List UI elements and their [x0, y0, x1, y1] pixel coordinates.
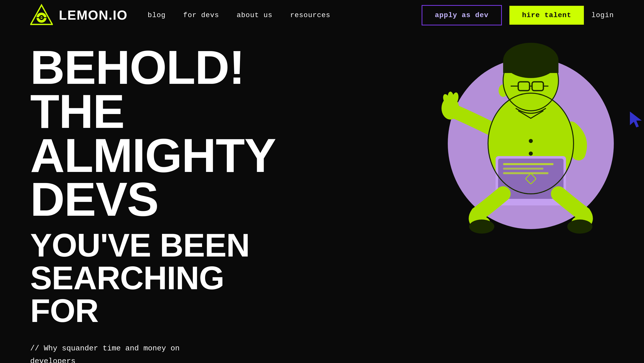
- nav-link-resources[interactable]: resources: [290, 11, 330, 19]
- svg-point-17: [529, 152, 533, 156]
- nav-item-about-us[interactable]: about us: [237, 11, 272, 19]
- nav-link-about-us[interactable]: about us: [237, 11, 272, 19]
- logo-icon: [30, 4, 53, 26]
- developer-svg: [433, 23, 629, 239]
- nav-link-blog[interactable]: blog: [148, 11, 166, 19]
- logo-link[interactable]: LEMON.IO: [30, 4, 128, 26]
- nav-item-blog[interactable]: blog: [148, 11, 166, 19]
- svg-rect-9: [503, 60, 558, 73]
- svg-rect-26: [503, 172, 548, 174]
- svg-point-16: [529, 139, 533, 143]
- logo-text: LEMON.IO: [59, 8, 128, 23]
- apply-as-dev-button[interactable]: apply as dev: [422, 5, 502, 25]
- hire-talent-button[interactable]: hire talent: [509, 6, 584, 25]
- svg-rect-24: [503, 163, 553, 165]
- nav-link-for-devs[interactable]: for devs: [183, 11, 219, 19]
- svg-marker-33: [630, 112, 641, 127]
- navbar: LEMON.IO blog for devs about us resource…: [0, 0, 644, 30]
- cursor-icon: [629, 111, 644, 128]
- nav-item-for-devs[interactable]: for devs: [183, 11, 219, 19]
- nav-links: blog for devs about us resources: [148, 11, 421, 19]
- hero-description: // Why squander time and money on develo…: [30, 342, 186, 363]
- hero-section: BEHOLD! THE ALMIGHTY DEVS YOU'VE BEEN SE…: [0, 30, 644, 363]
- headline-line1: BEHOLD! THE: [30, 41, 244, 138]
- headline-line2: ALMIGHTY DEVS: [30, 129, 275, 226]
- hero-illustration: [433, 23, 629, 239]
- hero-content: BEHOLD! THE ALMIGHTY DEVS YOU'VE BEEN SE…: [30, 45, 282, 363]
- hero-headline: BEHOLD! THE ALMIGHTY DEVS: [30, 45, 282, 221]
- svg-rect-25: [503, 168, 543, 170]
- nav-item-resources[interactable]: resources: [290, 11, 330, 19]
- svg-point-30: [567, 220, 592, 234]
- login-button[interactable]: login: [591, 11, 614, 19]
- hero-subheadline: YOU'VE BEEN SEARCHING FOR: [30, 229, 282, 327]
- svg-point-29: [469, 220, 494, 234]
- nav-actions: apply as dev hire talent login: [422, 5, 614, 25]
